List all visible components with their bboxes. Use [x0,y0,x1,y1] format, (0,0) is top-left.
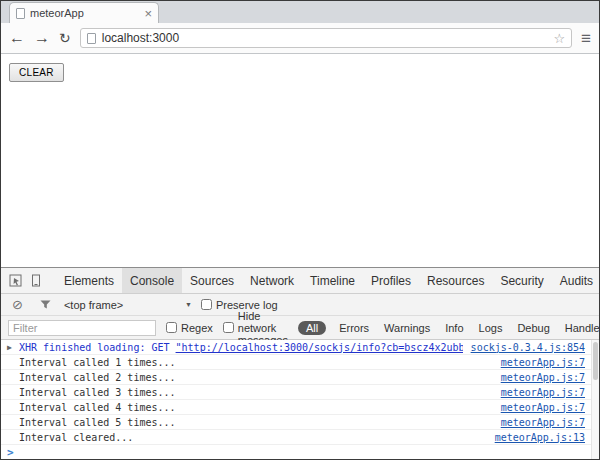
filter-funnel-icon[interactable] [36,300,55,309]
level-filter-info[interactable]: Info [443,321,465,335]
tab-strip: meteorApp × [1,1,599,23]
source-location-link[interactable]: meteorApp.js:7 [493,417,585,428]
console-output: ▶XHR finished loading: GET "http://local… [1,340,599,459]
devtools-tabs-bar: ElementsConsoleSourcesNetworkTimelinePro… [1,268,599,294]
console-message-text: Interval cleared... [19,432,133,443]
devtools-tabs: ElementsConsoleSourcesNetworkTimelinePro… [56,268,600,293]
source-location-link[interactable]: meteorApp.js:13 [487,432,585,443]
expand-triangle-icon[interactable]: ▶ [7,343,12,352]
devtools-tab-network[interactable]: Network [242,268,302,293]
page-icon [87,33,96,44]
level-filter-debug[interactable]: Debug [515,321,551,335]
regex-checkbox[interactable] [166,322,177,333]
source-location-link[interactable]: meteorApp.js:7 [493,387,585,398]
console-message-text: Interval called 2 times... [19,372,176,383]
device-mode-icon[interactable] [26,274,46,287]
reload-button[interactable]: ↻ [59,30,71,46]
console-message-text: Interval called 5 times... [19,417,176,428]
regex-option[interactable]: Regex [166,322,213,334]
tab-favicon-icon [16,8,25,19]
devtools-tab-audits[interactable]: Audits [552,268,600,293]
devtools-tab-security[interactable]: Security [492,268,551,293]
frame-selector[interactable]: <top frame> ▼ [64,299,192,311]
clear-button[interactable]: CLEAR [9,63,64,82]
console-message-text: Interval called 1 times... [19,357,176,368]
browser-toolbar: ← → ↻ localhost:3000 ☆ ≡ [1,23,599,54]
regex-label: Regex [181,322,213,334]
prompt-chevron-icon: > [7,447,14,458]
console-message-text: Interval called 4 times... [19,402,176,413]
level-filter-errors[interactable]: Errors [337,321,371,335]
forward-button[interactable]: → [34,30,50,46]
console-message: Interval called 5 times...meteorApp.js:7 [1,415,599,430]
console-message: Interval called 2 times...meteorApp.js:7 [1,370,599,385]
devtools-tab-sources[interactable]: Sources [182,268,242,293]
devtools-tab-timeline[interactable]: Timeline [302,268,363,293]
devtools-tab-profiles[interactable]: Profiles [363,268,419,293]
bookmark-star-icon[interactable]: ☆ [553,31,565,46]
source-location-link[interactable]: meteorApp.js:7 [493,372,585,383]
request-url-link[interactable]: "http://localhost:3000/sockjs/info?cb=bs… [176,342,463,353]
hide-network-checkbox[interactable] [223,322,234,333]
console-filter-bar: Regex Hide network messages AllErrorsWar… [1,316,599,340]
console-message-text: XHR finished loading: GET "http://localh… [19,342,463,353]
console-message: Interval called 1 times...meteorApp.js:7 [1,355,599,370]
source-location-link[interactable]: sockjs-0.3.4.js:854 [463,342,585,353]
console-message: Interval called 4 times...meteorApp.js:7 [1,400,599,415]
filter-input[interactable] [8,320,156,336]
menu-button[interactable]: ≡ [581,30,591,47]
frame-selector-value: <top frame> [64,299,123,311]
browser-window: meteorApp × ← → ↻ localhost:3000 ☆ ≡ CLE… [0,0,600,460]
tab-title: meteorApp [30,7,139,19]
level-filter-logs[interactable]: Logs [477,321,505,335]
tab-close-icon[interactable]: × [144,7,152,20]
preserve-log-checkbox[interactable] [201,299,212,310]
console-messages: ▶XHR finished loading: GET "http://local… [1,340,599,445]
console-message: Interval cleared...meteorApp.js:13 [1,430,599,445]
back-button[interactable]: ← [9,30,25,46]
console-message-text: Interval called 3 times... [19,387,176,398]
console-prompt[interactable]: > [1,445,599,459]
devtools-tab-console[interactable]: Console [122,268,182,293]
inspect-element-icon[interactable] [5,274,26,287]
clear-console-icon[interactable]: ⊘ [8,297,27,312]
console-scrollbar[interactable] [591,340,599,459]
devtools-tab-resources[interactable]: Resources [419,268,492,293]
browser-tab[interactable]: meteorApp × [9,2,159,23]
level-filter-warnings[interactable]: Warnings [382,321,432,335]
url-text[interactable]: localhost:3000 [102,31,179,45]
scrollbar-thumb[interactable] [593,342,598,380]
console-message: ▶XHR finished loading: GET "http://local… [1,340,599,355]
console-level-filters: AllErrorsWarningsInfoLogsDebugHandled [298,321,600,335]
level-filter-handled[interactable]: Handled [563,321,600,335]
source-location-link[interactable]: meteorApp.js:7 [493,402,585,413]
console-message: Interval called 3 times...meteorApp.js:7 [1,385,599,400]
address-bar[interactable]: localhost:3000 ☆ [80,28,572,48]
devtools-panel: ElementsConsoleSourcesNetworkTimelinePro… [1,267,599,459]
devtools-tab-elements[interactable]: Elements [56,268,122,293]
page-content: CLEAR [1,54,599,267]
source-location-link[interactable]: meteorApp.js:7 [493,357,585,368]
level-filter-all[interactable]: All [298,321,326,335]
chevron-down-icon: ▼ [185,301,192,308]
console-toolbar: ⊘ <top frame> ▼ Preserve log [1,294,599,316]
